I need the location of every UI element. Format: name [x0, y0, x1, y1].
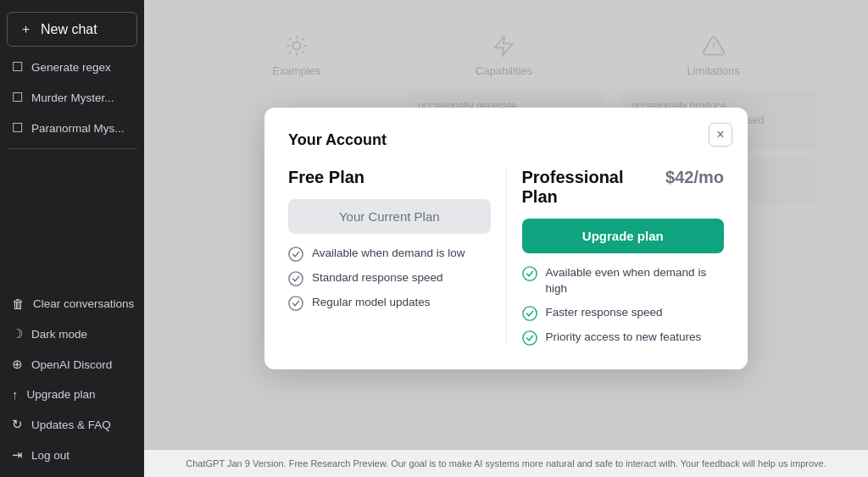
- svg-point-13: [289, 297, 303, 310]
- svg-point-14: [522, 267, 536, 280]
- check-icon-1: [288, 247, 303, 262]
- sidebar-item-murder-mystery[interactable]: ☐ Murder Myster...: [0, 82, 144, 113]
- pro-feature-list: Available even when demand is high Faste…: [522, 265, 725, 347]
- chat-icon-3: ☐: [12, 120, 23, 136]
- plans-divider: [506, 168, 507, 347]
- chat-icon: ☐: [12, 59, 23, 75]
- main-content: Examples Capabilities Limitations occasi…: [144, 0, 868, 477]
- pro-feature-1: Available even when demand is high: [522, 265, 725, 297]
- pro-feature-2: Faster response speed: [522, 305, 725, 321]
- sidebar-item-label: Murder Myster...: [31, 92, 114, 104]
- free-feature-3: Regular model updates: [288, 295, 491, 311]
- plans-row: Free Plan Your Current Plan Available wh…: [288, 168, 724, 347]
- pro-plan-col: Professional Plan $42/mo Upgrade plan Av…: [522, 168, 725, 347]
- sidebar-item-logout[interactable]: ⇥ Log out: [0, 440, 144, 470]
- upgrade-icon: ↑: [12, 387, 19, 402]
- pro-feature-3: Priority access to new features: [522, 330, 725, 346]
- sidebar-divider: [7, 148, 137, 149]
- sidebar-item-label: Dark mode: [31, 328, 87, 341]
- logout-icon: ⇥: [12, 447, 23, 463]
- sidebar-item-dark-mode[interactable]: ☽ Dark mode: [0, 319, 144, 349]
- free-feature-list: Available when demand is low Standard re…: [288, 246, 491, 311]
- new-chat-label: New chat: [41, 22, 97, 37]
- sidebar-item-clear[interactable]: 🗑 Clear conversations: [0, 289, 144, 319]
- modal-overlay: Your Account × Free Plan Your Current Pl…: [144, 0, 868, 477]
- modal-close-button[interactable]: ×: [709, 123, 732, 147]
- sidebar-bottom: 🗑 Clear conversations ☽ Dark mode ⊕ Open…: [0, 289, 144, 470]
- sidebar-item-upgrade[interactable]: ↑ Upgrade plan: [0, 380, 144, 409]
- pro-feature-3-label: Priority access to new features: [546, 330, 702, 346]
- sidebar-item-label: Paranormal Mys...: [31, 122, 125, 135]
- sidebar-item-label: Generate regex: [31, 61, 111, 74]
- free-feature-2: Standard response speed: [288, 270, 491, 286]
- sidebar-item-label: OpenAI Discord: [31, 358, 112, 371]
- sidebar-item-label: Upgrade plan: [27, 388, 96, 401]
- new-chat-button[interactable]: ＋ New chat: [7, 12, 137, 47]
- free-feature-1: Available when demand is low: [288, 246, 491, 262]
- footer-text: ChatGPT Jan 9 Version. Free Research Pre…: [186, 458, 826, 469]
- free-feature-1-label: Available when demand is low: [312, 246, 465, 262]
- pro-plan-header: Professional Plan $42/mo: [522, 168, 725, 207]
- pro-check-icon-3: [522, 330, 537, 346]
- pro-check-icon-1: [522, 266, 537, 281]
- free-plan-header: Free Plan: [288, 168, 491, 187]
- upgrade-plan-button[interactable]: Upgrade plan: [522, 219, 725, 253]
- sidebar-item-generate-regex[interactable]: ☐ Generate regex: [0, 52, 144, 82]
- free-plan-col: Free Plan Your Current Plan Available wh…: [288, 168, 491, 347]
- check-icon-2: [288, 271, 303, 286]
- svg-point-11: [289, 247, 303, 261]
- check-icon-3: [288, 296, 303, 311]
- sidebar: ＋ New chat ☐ Generate regex ☐ Murder Mys…: [0, 0, 144, 477]
- moon-icon: ☽: [12, 326, 23, 341]
- pro-check-icon-2: [522, 306, 537, 321]
- pro-plan-price: $42/mo: [665, 168, 724, 187]
- sidebar-item-faq[interactable]: ↻ Updates & FAQ: [0, 409, 144, 440]
- svg-point-15: [522, 307, 536, 320]
- svg-point-12: [289, 272, 303, 286]
- plus-icon: ＋: [19, 21, 32, 37]
- sidebar-item-label: Updates & FAQ: [31, 419, 111, 431]
- sidebar-item-label: Clear conversations: [33, 297, 134, 310]
- pro-plan-name: Professional Plan: [522, 168, 659, 207]
- trash-icon: 🗑: [12, 297, 25, 311]
- info-icon: ↻: [12, 417, 23, 432]
- current-plan-button: Your Current Plan: [288, 199, 491, 234]
- free-plan-name: Free Plan: [288, 168, 364, 187]
- chat-icon-2: ☐: [12, 90, 23, 105]
- discord-icon: ⊕: [12, 357, 23, 372]
- modal-title: Your Account: [288, 131, 724, 149]
- free-feature-2-label: Standard response speed: [312, 270, 443, 286]
- free-feature-3-label: Regular model updates: [312, 295, 431, 311]
- pro-feature-1-label: Available even when demand is high: [546, 265, 725, 297]
- svg-point-16: [522, 331, 536, 345]
- sidebar-item-label: Log out: [31, 449, 70, 462]
- sidebar-item-discord[interactable]: ⊕ OpenAI Discord: [0, 349, 144, 380]
- account-modal: Your Account × Free Plan Your Current Pl…: [264, 108, 748, 370]
- pro-feature-2-label: Faster response speed: [546, 305, 663, 321]
- footer-bar: ChatGPT Jan 9 Version. Free Research Pre…: [144, 450, 868, 477]
- sidebar-item-paranormal[interactable]: ☐ Paranormal Mys...: [0, 113, 144, 143]
